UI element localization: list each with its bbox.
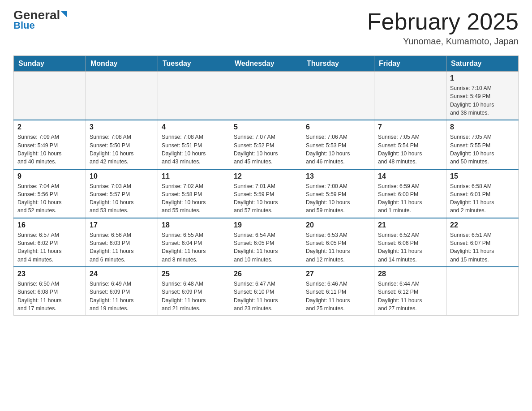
day-number: 2	[17, 123, 82, 131]
calendar-cell: 23Sunrise: 6:50 AMSunset: 6:08 PMDayligh…	[14, 267, 86, 316]
calendar-cell: 3Sunrise: 7:08 AMSunset: 5:50 PMDaylight…	[86, 120, 158, 169]
day-info: Sunrise: 7:06 AMSunset: 5:53 PMDaylight:…	[306, 133, 370, 166]
calendar-cell: 6Sunrise: 7:06 AMSunset: 5:53 PMDaylight…	[302, 120, 374, 169]
day-number: 3	[90, 123, 154, 131]
calendar-cell	[158, 72, 230, 120]
day-number: 27	[306, 270, 370, 278]
day-info: Sunrise: 6:50 AMSunset: 6:08 PMDaylight:…	[17, 280, 82, 313]
day-number: 26	[234, 270, 298, 278]
calendar-week-row: 16Sunrise: 6:57 AMSunset: 6:02 PMDayligh…	[14, 218, 519, 267]
day-number: 9	[17, 172, 82, 180]
calendar-cell: 1Sunrise: 7:10 AMSunset: 5:49 PMDaylight…	[446, 72, 519, 120]
day-number: 12	[234, 172, 298, 180]
calendar-cell: 28Sunrise: 6:44 AMSunset: 6:12 PMDayligh…	[374, 267, 446, 316]
calendar-cell: 10Sunrise: 7:03 AMSunset: 5:57 PMDayligh…	[86, 169, 158, 218]
day-info: Sunrise: 6:56 AMSunset: 6:03 PMDaylight:…	[90, 231, 154, 264]
day-number: 24	[90, 270, 154, 278]
weekday-header-sunday: Sunday	[14, 56, 86, 72]
day-number: 25	[162, 270, 226, 278]
calendar-cell	[86, 72, 158, 120]
day-info: Sunrise: 7:08 AMSunset: 5:50 PMDaylight:…	[90, 133, 154, 166]
calendar-cell: 25Sunrise: 6:48 AMSunset: 6:09 PMDayligh…	[158, 267, 230, 316]
day-info: Sunrise: 7:01 AMSunset: 5:59 PMDaylight:…	[234, 182, 298, 215]
day-number: 19	[234, 221, 298, 229]
calendar-cell: 14Sunrise: 6:59 AMSunset: 6:00 PMDayligh…	[374, 169, 446, 218]
day-info: Sunrise: 7:08 AMSunset: 5:51 PMDaylight:…	[162, 133, 226, 166]
calendar-table: SundayMondayTuesdayWednesdayThursdayFrid…	[13, 56, 519, 316]
calendar-cell: 4Sunrise: 7:08 AMSunset: 5:51 PMDaylight…	[158, 120, 230, 169]
day-info: Sunrise: 6:52 AMSunset: 6:06 PMDaylight:…	[378, 231, 442, 264]
day-info: Sunrise: 6:49 AMSunset: 6:09 PMDaylight:…	[90, 280, 154, 313]
day-info: Sunrise: 6:55 AMSunset: 6:04 PMDaylight:…	[162, 231, 226, 264]
calendar-cell: 13Sunrise: 7:00 AMSunset: 5:59 PMDayligh…	[302, 169, 374, 218]
day-number: 8	[450, 123, 515, 131]
calendar-cell: 11Sunrise: 7:02 AMSunset: 5:58 PMDayligh…	[158, 169, 230, 218]
day-info: Sunrise: 7:05 AMSunset: 5:54 PMDaylight:…	[378, 133, 442, 166]
day-number: 14	[378, 172, 442, 180]
day-number: 10	[90, 172, 154, 180]
calendar-cell: 8Sunrise: 7:05 AMSunset: 5:55 PMDaylight…	[446, 120, 519, 169]
day-number: 15	[450, 172, 515, 180]
day-number: 5	[234, 123, 298, 131]
weekday-header-thursday: Thursday	[302, 56, 374, 72]
day-number: 17	[90, 221, 154, 229]
weekday-header-friday: Friday	[374, 56, 446, 72]
calendar-cell	[374, 72, 446, 120]
calendar-cell: 24Sunrise: 6:49 AMSunset: 6:09 PMDayligh…	[86, 267, 158, 316]
day-info: Sunrise: 6:44 AMSunset: 6:12 PMDaylight:…	[378, 280, 442, 313]
day-number: 20	[306, 221, 370, 229]
day-info: Sunrise: 6:58 AMSunset: 6:01 PMDaylight:…	[450, 182, 515, 215]
logo: General Blue	[13, 9, 67, 31]
calendar-cell: 9Sunrise: 7:04 AMSunset: 5:56 PMDaylight…	[14, 169, 86, 218]
weekday-header-saturday: Saturday	[446, 56, 519, 72]
calendar-cell: 19Sunrise: 6:54 AMSunset: 6:05 PMDayligh…	[230, 218, 302, 267]
day-number: 28	[378, 270, 442, 278]
day-info: Sunrise: 6:57 AMSunset: 6:02 PMDaylight:…	[17, 231, 82, 264]
weekday-header-monday: Monday	[86, 56, 158, 72]
calendar-cell: 17Sunrise: 6:56 AMSunset: 6:03 PMDayligh…	[86, 218, 158, 267]
day-number: 16	[17, 221, 82, 229]
calendar-week-row: 2Sunrise: 7:09 AMSunset: 5:49 PMDaylight…	[14, 120, 519, 169]
calendar-cell: 12Sunrise: 7:01 AMSunset: 5:59 PMDayligh…	[230, 169, 302, 218]
day-info: Sunrise: 7:07 AMSunset: 5:52 PMDaylight:…	[234, 133, 298, 166]
calendar-cell	[230, 72, 302, 120]
calendar-cell: 2Sunrise: 7:09 AMSunset: 5:49 PMDaylight…	[14, 120, 86, 169]
location: Yunomae, Kumamoto, Japan	[367, 36, 519, 47]
calendar-cell: 27Sunrise: 6:46 AMSunset: 6:11 PMDayligh…	[302, 267, 374, 316]
calendar-cell: 15Sunrise: 6:58 AMSunset: 6:01 PMDayligh…	[446, 169, 519, 218]
day-number: 13	[306, 172, 370, 180]
logo-blue: Blue	[13, 20, 35, 31]
day-number: 1	[450, 74, 515, 82]
day-info: Sunrise: 7:03 AMSunset: 5:57 PMDaylight:…	[90, 182, 154, 215]
day-info: Sunrise: 7:09 AMSunset: 5:49 PMDaylight:…	[17, 133, 82, 166]
calendar-cell: 26Sunrise: 6:47 AMSunset: 6:10 PMDayligh…	[230, 267, 302, 316]
day-info: Sunrise: 7:00 AMSunset: 5:59 PMDaylight:…	[306, 182, 370, 215]
calendar-cell: 16Sunrise: 6:57 AMSunset: 6:02 PMDayligh…	[14, 218, 86, 267]
calendar-cell	[14, 72, 86, 120]
weekday-header-tuesday: Tuesday	[158, 56, 230, 72]
page-header: General Blue February 2025 Yunomae, Kuma…	[13, 9, 519, 47]
day-info: Sunrise: 6:53 AMSunset: 6:05 PMDaylight:…	[306, 231, 370, 264]
calendar-cell: 7Sunrise: 7:05 AMSunset: 5:54 PMDaylight…	[374, 120, 446, 169]
calendar-cell: 20Sunrise: 6:53 AMSunset: 6:05 PMDayligh…	[302, 218, 374, 267]
day-number: 4	[162, 123, 226, 131]
day-number: 22	[450, 221, 515, 229]
day-number: 23	[17, 270, 82, 278]
day-number: 11	[162, 172, 226, 180]
day-number: 21	[378, 221, 442, 229]
day-info: Sunrise: 7:02 AMSunset: 5:58 PMDaylight:…	[162, 182, 226, 215]
day-info: Sunrise: 7:10 AMSunset: 5:49 PMDaylight:…	[450, 84, 515, 117]
calendar-week-row: 9Sunrise: 7:04 AMSunset: 5:56 PMDaylight…	[14, 169, 519, 218]
calendar-cell: 21Sunrise: 6:52 AMSunset: 6:06 PMDayligh…	[374, 218, 446, 267]
month-title: February 2025	[367, 9, 519, 34]
day-info: Sunrise: 7:05 AMSunset: 5:55 PMDaylight:…	[450, 133, 515, 166]
day-info: Sunrise: 6:59 AMSunset: 6:00 PMDaylight:…	[378, 182, 442, 215]
calendar-cell	[302, 72, 374, 120]
calendar-cell: 5Sunrise: 7:07 AMSunset: 5:52 PMDaylight…	[230, 120, 302, 169]
calendar-week-row: 1Sunrise: 7:10 AMSunset: 5:49 PMDaylight…	[14, 72, 519, 120]
calendar-header-row: SundayMondayTuesdayWednesdayThursdayFrid…	[14, 56, 519, 72]
calendar-cell: 22Sunrise: 6:51 AMSunset: 6:07 PMDayligh…	[446, 218, 519, 267]
day-info: Sunrise: 6:51 AMSunset: 6:07 PMDaylight:…	[450, 231, 515, 264]
day-info: Sunrise: 7:04 AMSunset: 5:56 PMDaylight:…	[17, 182, 82, 215]
calendar-week-row: 23Sunrise: 6:50 AMSunset: 6:08 PMDayligh…	[14, 267, 519, 316]
